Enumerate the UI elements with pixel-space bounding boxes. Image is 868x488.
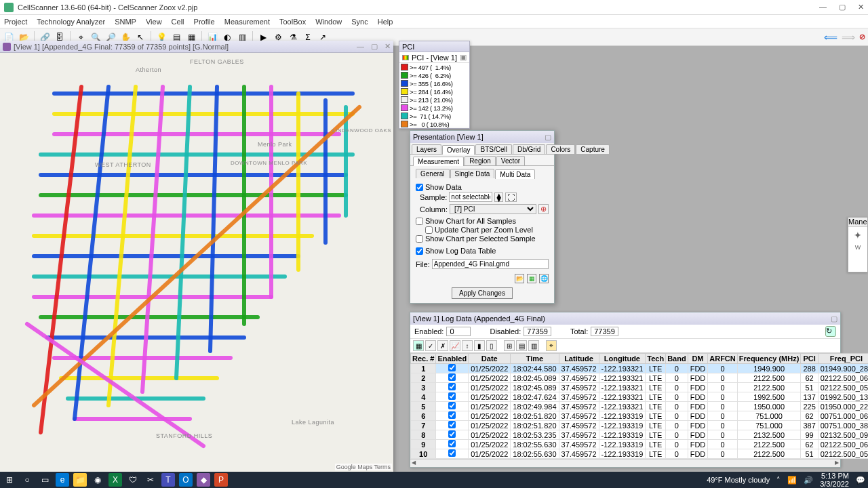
col-header[interactable]: Rec. # xyxy=(411,354,436,364)
map-maximize-icon[interactable]: ▢ xyxy=(371,42,378,51)
tab-db-grid[interactable]: Db/Grid xyxy=(513,144,545,154)
menu-snmp[interactable]: SNMP xyxy=(115,18,136,26)
table-row[interactable]: 801/25/202218:02:53.23537.459572-122.193… xyxy=(411,430,869,440)
row-enabled-checkbox[interactable] xyxy=(448,449,456,457)
search-icon[interactable]: ○ xyxy=(20,473,34,487)
menu-technology-analyzer[interactable]: Technology Analyzer xyxy=(37,18,105,26)
tab-single-data[interactable]: Single Data xyxy=(450,169,495,178)
nav-back-icon[interactable]: ⟸ xyxy=(824,32,837,43)
table-row[interactable]: 601/25/202218:02:51.82037.459572-122.193… xyxy=(411,411,869,421)
tab-vector[interactable]: Vector xyxy=(496,156,525,165)
start-icon[interactable]: ⊞ xyxy=(3,473,16,487)
log-tool-2[interactable]: ✓ xyxy=(425,340,436,351)
sample-expand-icon[interactable]: ⛶ xyxy=(505,192,517,202)
log-hscroll[interactable] xyxy=(410,459,840,467)
log-tool-1[interactable]: ▦ xyxy=(413,340,424,351)
table-row[interactable]: 1001/25/202218:02:55.63037.459572-122.19… xyxy=(411,449,869,459)
log-filter-icon[interactable]: ⌖ xyxy=(546,340,557,351)
sample-input[interactable] xyxy=(449,192,492,202)
pci-close-icon[interactable]: ▣ xyxy=(460,53,467,62)
log-tool-8[interactable]: ⊞ xyxy=(504,340,515,351)
file-globe-icon[interactable]: 🌐 xyxy=(539,274,549,283)
minimize-button[interactable]: — xyxy=(819,3,827,12)
taskview-icon[interactable]: ▭ xyxy=(38,473,52,487)
cellscanner-taskbar-icon[interactable]: ◆ xyxy=(197,473,210,487)
edge-icon[interactable]: e xyxy=(56,473,69,487)
tab-measurement[interactable]: Measurement xyxy=(413,157,464,166)
app-icon-2[interactable]: ✂ xyxy=(144,473,157,487)
outlook-icon[interactable]: O xyxy=(179,473,193,487)
table-row[interactable]: 501/25/202218:02:49.98437.459572-122.193… xyxy=(411,402,869,411)
log-tool-4[interactable]: 📈 xyxy=(450,340,460,351)
table-row[interactable]: 201/25/202218:02:45.08937.459572-122.193… xyxy=(411,373,869,383)
menu-view[interactable]: View xyxy=(146,18,162,26)
column-select[interactable]: [7] PCI xyxy=(450,204,536,214)
menu-project[interactable]: Project xyxy=(4,18,27,26)
weather-widget[interactable]: 49°F Mostly cloudy xyxy=(707,476,770,484)
col-header[interactable]: PCI xyxy=(801,354,818,364)
log-tool-9[interactable]: ▤ xyxy=(516,340,527,351)
table-row[interactable]: 301/25/202218:02:45.08937.459572-122.193… xyxy=(411,383,869,392)
tab-region[interactable]: Region xyxy=(465,156,496,165)
row-enabled-checkbox[interactable] xyxy=(448,383,456,390)
log-refresh-icon[interactable]: ↻ xyxy=(825,326,836,337)
tab-bts-cell[interactable]: BTS/Cell xyxy=(475,144,511,154)
compass-icon[interactable]: ✦W xyxy=(848,227,867,254)
tab-general[interactable]: General xyxy=(416,169,450,178)
col-header[interactable]: Freq_PCI xyxy=(818,354,868,364)
col-header[interactable]: ARFCN xyxy=(708,354,738,364)
log-max-icon[interactable]: ▢ xyxy=(831,314,837,323)
tab-multi-data[interactable]: Multi Data xyxy=(495,169,535,179)
row-enabled-checkbox[interactable] xyxy=(448,440,456,447)
chrome-icon[interactable]: ◉ xyxy=(91,473,104,487)
explorer-icon[interactable]: 📁 xyxy=(73,473,87,487)
log-tool-3[interactable]: ✗ xyxy=(437,340,448,351)
tray-wifi-icon[interactable]: 📶 xyxy=(787,476,797,485)
row-enabled-checkbox[interactable] xyxy=(448,402,456,409)
tab-capture[interactable]: Capture xyxy=(576,144,610,154)
row-enabled-checkbox[interactable] xyxy=(448,364,456,371)
col-header[interactable]: Latitude xyxy=(559,354,599,364)
table-row[interactable]: 701/25/202218:02:51.82037.459572-122.193… xyxy=(411,421,869,430)
col-header[interactable]: Time xyxy=(511,354,559,364)
log-tool-10[interactable]: ▥ xyxy=(528,340,539,351)
nav-forward-icon[interactable]: ⟹ xyxy=(842,32,855,43)
log-tool-6[interactable]: ▮ xyxy=(474,340,485,351)
menu-measurement[interactable]: Measurement xyxy=(224,18,270,26)
table-row[interactable]: 101/25/202218:02:44.58037.459572-122.193… xyxy=(411,364,869,373)
tray-chevron-icon[interactable]: ˄ xyxy=(776,476,781,485)
col-header[interactable]: Date xyxy=(469,354,511,364)
table-row[interactable]: 901/25/202218:02:55.63037.459572-122.193… xyxy=(411,440,869,449)
menu-window[interactable]: Window xyxy=(315,18,342,26)
tray-volume-icon[interactable]: 🔊 xyxy=(804,476,813,485)
menu-profile[interactable]: Profile xyxy=(194,18,215,26)
log-table-checkbox[interactable] xyxy=(416,247,423,255)
col-header[interactable]: Longitude xyxy=(599,354,646,364)
column-add-icon[interactable]: ⊕ xyxy=(538,204,549,214)
map-attribution[interactable]: Google Maps Terms xyxy=(335,464,392,470)
sample-stepper[interactable]: ▲▼ xyxy=(494,192,503,202)
log-tool-5[interactable]: ↕ xyxy=(462,340,473,351)
excel-icon[interactable]: X xyxy=(108,473,122,487)
menu-sync[interactable]: Sync xyxy=(351,18,368,26)
teams-icon[interactable]: T xyxy=(161,473,175,487)
map-canvas[interactable]: FELTON GABLES Atherton WEST ATHERTON STA… xyxy=(0,53,393,472)
update-zoom-checkbox[interactable] xyxy=(425,226,433,234)
col-header[interactable]: DM xyxy=(688,354,708,364)
system-clock[interactable]: 5:13 PM 3/3/2022 xyxy=(820,472,849,488)
row-enabled-checkbox[interactable] xyxy=(448,373,456,381)
file-grid-icon[interactable]: ▦ xyxy=(527,274,536,283)
menu-help[interactable]: Help xyxy=(378,18,393,26)
close-button[interactable]: ✕ xyxy=(858,3,864,12)
help-icon[interactable]: ⊘ xyxy=(859,33,865,41)
file-input[interactable] xyxy=(432,259,549,269)
row-enabled-checkbox[interactable] xyxy=(448,392,456,400)
col-header[interactable]: Band xyxy=(666,354,688,364)
menu-toolbox[interactable]: ToolBox xyxy=(279,18,306,26)
row-enabled-checkbox[interactable] xyxy=(448,411,456,419)
table-row[interactable]: 401/25/202218:02:47.62437.459572-122.193… xyxy=(411,392,869,402)
app-icon-1[interactable]: 🛡 xyxy=(126,473,140,487)
chart-selected-checkbox[interactable] xyxy=(416,235,423,243)
col-header[interactable]: Tech xyxy=(646,354,666,364)
notification-icon[interactable]: 💬 xyxy=(856,476,865,485)
